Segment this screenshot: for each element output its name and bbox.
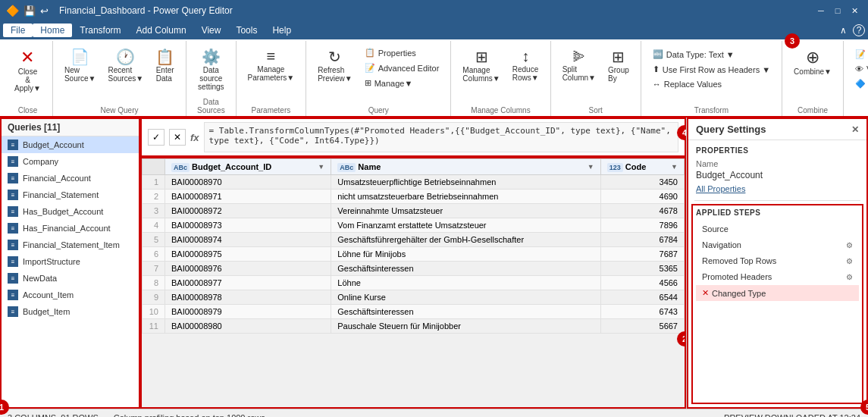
text-analytics-button[interactable]: 📝 Text Analytics [850, 47, 868, 61]
split-column-button[interactable]: ⫸ SplitColumn▼ [557, 44, 601, 86]
table-row[interactable]: 10 BAI00008979 Geschäftsinteressen 6743 [143, 305, 685, 319]
step-gear-icon[interactable]: ⚙ [846, 273, 853, 281]
table-row[interactable]: 1 BAI00008970 Umsatzsteuerpflichtige Bet… [143, 175, 685, 190]
split-column-icon: ⫸ [572, 48, 587, 65]
maximize-button[interactable]: □ [830, 3, 845, 18]
formula-check-button[interactable]: ✓ [148, 129, 165, 146]
row-number: 2 [143, 190, 165, 204]
close-apply-button[interactable]: ✕ Close &Apply▼ [9, 44, 46, 96]
query-icon-financial-statement-item: ≡ [8, 240, 18, 250]
cell-code: 3450 [600, 175, 684, 190]
vision-button[interactable]: 👁 Vision [850, 62, 868, 76]
name-value: Budget_Account [696, 170, 859, 180]
data-type-button[interactable]: 🔤 Data Type: Text ▼ [647, 47, 776, 61]
query-item-import-structure[interactable]: ≡ ImportStructure [2, 253, 139, 270]
advanced-editor-button[interactable]: 📝 Advanced Editor [359, 61, 445, 75]
step-gear-icon[interactable]: ⚙ [846, 257, 853, 265]
close-settings-icon[interactable]: ✕ [851, 124, 859, 135]
menu-tools[interactable]: Tools [228, 24, 265, 37]
step-gear-icon[interactable]: ⚙ [846, 241, 853, 249]
query-item-company[interactable]: ≡ Company [2, 153, 139, 170]
data-source-settings-button[interactable]: ⚙️ Data sourcesettings [193, 44, 229, 95]
query-item-new-data[interactable]: ≡ NewData [2, 270, 139, 287]
table-row[interactable]: 8 BAI00008977 Löhne 4566 [143, 276, 685, 290]
cell-code: 4690 [600, 190, 684, 204]
table-row[interactable]: 5 BAI00008974 Geschäftsführergehälter de… [143, 233, 685, 247]
query-item-financial-account[interactable]: ≡ Financial_Account [2, 170, 139, 187]
menu-file[interactable]: File [3, 24, 33, 37]
manage-button[interactable]: ⊞ Manage▼ [359, 76, 445, 90]
ribbon: ✕ Close &Apply▼ Close 📄 NewSource▼ 🕐 Rec… [0, 39, 868, 118]
formula-content: = Table.TransformColumnTypes(#"Promoted … [204, 122, 678, 152]
cell-code: 6784 [600, 233, 684, 247]
menu-help[interactable]: Help [265, 24, 299, 37]
col-type-abc-2: ABc [337, 163, 356, 172]
cell-code: 6743 [600, 305, 684, 319]
table-row[interactable]: 4 BAI00008973 Vom Finanzamt erstattete U… [143, 218, 685, 233]
row-number: 1 [143, 175, 165, 190]
menu-home[interactable]: Home [33, 24, 72, 37]
table-row[interactable]: 2 BAI00008971 nicht umsatzsteuerbare Bet… [143, 190, 685, 204]
query-item-budget-item[interactable]: ≡ Budget_Item [2, 303, 139, 320]
combine-button[interactable]: ⊕ Combine▼ [788, 44, 837, 80]
new-source-icon: 📄 [71, 48, 89, 66]
collapse-ribbon-icon[interactable]: ∧ [840, 25, 847, 36]
menu-transform[interactable]: Transform [72, 24, 128, 37]
manage-parameters-button[interactable]: ≡ ManageParameters▼ [243, 44, 300, 86]
table-row[interactable]: 7 BAI00008976 Geschäftsinteressen 5365 [143, 262, 685, 276]
step-item[interactable]: Navigation ⚙ [696, 237, 859, 252]
col-header-name[interactable]: ABc Name ▼ [331, 159, 600, 175]
enter-data-button[interactable]: 📋 EnterData [150, 44, 180, 86]
query-item-financial-statement-item[interactable]: ≡ Financial_Statement_Item [2, 237, 139, 253]
reduce-rows-button[interactable]: ↕ ReduceRows▼ [507, 44, 544, 86]
columns-rows-text: 3 COLUMNS, 91 ROWS [8, 413, 99, 418]
query-item-account-item[interactable]: ≡ Account_Item [2, 287, 139, 303]
group-by-button[interactable]: ⊞ GroupBy [603, 44, 635, 86]
col-filter-2[interactable]: ▼ [588, 163, 594, 171]
col-filter-3[interactable]: ▼ [671, 163, 678, 171]
menu-view[interactable]: View [194, 24, 229, 37]
formula-cross-button[interactable]: ✕ [169, 129, 186, 146]
close-group-label: Close [9, 103, 46, 116]
replace-values-button[interactable]: ↔ Replace Values [647, 77, 776, 91]
minimize-button[interactable]: ─ [813, 3, 829, 18]
query-icon-has-financial-account: ≡ [8, 223, 18, 234]
query-panel: Queries [11] ≡ Budget_Account ≡ Company … [0, 118, 140, 409]
quick-access-undo[interactable]: ↩ [40, 5, 49, 17]
table-row[interactable]: 3 BAI00008972 Vereinnahmte Umsatzsteuer … [143, 204, 685, 218]
queries-wrapper: Queries [11] ≡ Budget_Account ≡ Company … [0, 118, 140, 409]
new-source-button[interactable]: 📄 NewSource▼ [59, 44, 102, 86]
text-analytics-icon: 📝 [855, 49, 866, 59]
reduce-rows-icon: ↕ [522, 48, 529, 65]
query-item-has-budget-account[interactable]: ≡ Has_Budget_Account [2, 203, 139, 220]
azure-ml-button[interactable]: 🔷 Azure Machine Learning [850, 77, 868, 91]
query-item-has-financial-account[interactable]: ≡ Has_Financial_Account [2, 220, 139, 237]
table-row[interactable]: 6 BAI00008975 Löhne für Minijobs 7687 [143, 247, 685, 262]
query-item-budget-account[interactable]: ≡ Budget_Account [2, 136, 139, 153]
col-filter-1[interactable]: ▼ [318, 163, 324, 171]
step-item[interactable]: Promoted Headers ⚙ [696, 269, 859, 284]
query-item-financial-statement[interactable]: ≡ Financial_Statement [2, 187, 139, 203]
table-row[interactable]: 9 BAI00008978 Online Kurse 6544 [143, 290, 685, 305]
menu-add-column[interactable]: Add Column [129, 24, 194, 37]
manage-columns-button[interactable]: ⊞ ManageColumns▼ [457, 44, 505, 86]
query-icon-financial-statement: ≡ [8, 190, 18, 200]
use-first-row-button[interactable]: ⬆ Use First Row as Headers ▼ [647, 62, 776, 77]
step-item[interactable]: Source [696, 221, 859, 237]
new-query-label: New Query [59, 103, 180, 116]
col-header-code[interactable]: 123 Code ▼ [600, 159, 684, 175]
recent-sources-button[interactable]: 🕐 RecentSources▼ [103, 44, 149, 86]
all-properties-link[interactable]: All Properties [696, 184, 745, 193]
ribbon-group-parameters: ≡ ManageParameters▼ Parameters [237, 41, 307, 116]
properties-button[interactable]: 📋 Properties [359, 45, 445, 60]
help-icon[interactable]: ? [853, 24, 865, 36]
col-header-budget-account-id[interactable]: ABc Budget_Account_ID ▼ [165, 159, 331, 175]
cell-budget-account-id: BAI00008973 [165, 218, 331, 233]
close-button[interactable]: ✕ [847, 3, 862, 18]
menu-bar: File Home Transform Add Column View Tool… [0, 21, 868, 39]
step-item[interactable]: Removed Top Rows ⚙ [696, 253, 859, 268]
table-row[interactable]: 11 BAI00008980 Pauschale Steuern für Min… [143, 319, 685, 334]
quick-access-save[interactable]: 💾 [24, 5, 36, 17]
step-item[interactable]: ✕ Changed Type [696, 285, 859, 301]
refresh-preview-button[interactable]: ↻ RefreshPreview▼ [312, 44, 357, 86]
